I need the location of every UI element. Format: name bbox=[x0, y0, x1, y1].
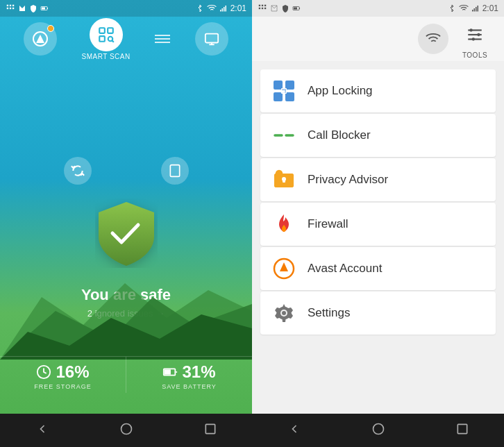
notification-badge bbox=[47, 25, 54, 32]
menu-item-privacy[interactable]: Privacy Advisor bbox=[260, 158, 496, 201]
privacy-svg bbox=[272, 168, 296, 192]
svg-rect-5 bbox=[12, 8, 14, 9]
screen-icon-item[interactable] bbox=[195, 22, 228, 56]
storage-percent: 16% bbox=[56, 362, 89, 382]
refresh-icon-btn[interactable] bbox=[64, 157, 92, 185]
app-locking-icon bbox=[271, 78, 296, 103]
right-toolbar: TOOLS bbox=[252, 17, 504, 61]
menu-item-call-blocker[interactable]: Call Blocker bbox=[260, 114, 496, 157]
time-left: 2:01 bbox=[230, 3, 246, 13]
smart-scan-icon[interactable] bbox=[90, 18, 123, 51]
svg-rect-39 bbox=[472, 10, 473, 12]
svg-rect-2 bbox=[12, 5, 14, 6]
svg-rect-18 bbox=[205, 34, 218, 43]
avast-toolbar-icon[interactable] bbox=[24, 22, 57, 56]
app-locking-label: App Locking bbox=[308, 84, 373, 98]
tools-toolbar-item[interactable]: TOOLS bbox=[460, 19, 490, 59]
menu-line-1 bbox=[155, 35, 170, 36]
call-blocker-icon bbox=[271, 123, 296, 148]
smart-scan-item[interactable]: SMART SCAN bbox=[82, 18, 131, 60]
svg-rect-13 bbox=[99, 28, 105, 33]
right-time-area: 2:01 bbox=[448, 3, 498, 13]
left-toolbar: SMART SCAN bbox=[0, 17, 252, 61]
svg-rect-42 bbox=[477, 6, 478, 12]
bluetooth-icon-right bbox=[448, 4, 456, 12]
svg-rect-35 bbox=[262, 8, 263, 9]
svg-rect-40 bbox=[473, 8, 475, 12]
menu-line-2 bbox=[155, 38, 170, 40]
hamburger-icon[interactable] bbox=[155, 35, 170, 43]
avast-logo-icon bbox=[32, 31, 49, 47]
menu-list: App Locking Call Blocker bbox=[252, 61, 504, 414]
svg-rect-8 bbox=[220, 10, 221, 12]
screen-toolbar-icon[interactable] bbox=[195, 22, 228, 56]
menu-item-app-locking[interactable]: App Locking bbox=[260, 69, 496, 112]
home-button-right[interactable] bbox=[371, 422, 385, 439]
svg-rect-68 bbox=[457, 424, 467, 433]
shield-icon-right bbox=[281, 4, 289, 12]
svg-point-66 bbox=[282, 311, 286, 315]
firewall-svg bbox=[272, 212, 296, 236]
battery-stat[interactable]: 31% SAVE BATTERY bbox=[126, 357, 252, 393]
svg-rect-47 bbox=[477, 33, 480, 35]
battery-stat-icon bbox=[162, 364, 178, 380]
app-locking-svg bbox=[273, 80, 295, 102]
svg-rect-34 bbox=[259, 8, 260, 9]
main-content: You are safe 2 ignored issues → 16% bbox=[0, 61, 252, 414]
svg-rect-50 bbox=[285, 81, 294, 90]
tablet-icon bbox=[168, 164, 182, 178]
menu-item-firewall[interactable]: Firewall bbox=[260, 203, 496, 246]
nav-bar-left bbox=[0, 414, 252, 447]
svg-rect-38 bbox=[294, 8, 297, 10]
home-button[interactable] bbox=[119, 422, 133, 439]
smart-scan-label: SMART SCAN bbox=[82, 53, 131, 60]
back-icon-right bbox=[287, 422, 301, 436]
storage-icon bbox=[36, 364, 51, 380]
svg-rect-21 bbox=[170, 165, 179, 176]
svg-rect-36 bbox=[264, 8, 266, 9]
right-status-icons bbox=[258, 3, 301, 13]
nav-bar-right bbox=[252, 414, 504, 447]
recents-icon-right bbox=[455, 422, 469, 436]
bluetooth-icon bbox=[196, 4, 204, 12]
settings-svg bbox=[272, 301, 296, 325]
secondary-icons-row bbox=[64, 157, 189, 185]
menu-icon-item[interactable] bbox=[155, 35, 170, 43]
notification-icon-right bbox=[258, 3, 267, 13]
time-right: 2:01 bbox=[482, 3, 498, 13]
tools-toolbar-btn[interactable] bbox=[460, 19, 490, 50]
privacy-label: Privacy Advisor bbox=[308, 173, 388, 187]
menu-line-3 bbox=[155, 42, 170, 43]
svg-rect-41 bbox=[476, 7, 477, 12]
storage-stat[interactable]: 16% FREE STORAGE bbox=[0, 357, 126, 393]
wifi-toolbar-item[interactable] bbox=[418, 24, 448, 54]
back-button-right[interactable] bbox=[287, 422, 301, 439]
call-blocker-svg bbox=[272, 124, 296, 147]
battery-label: SAVE BATTERY bbox=[162, 383, 217, 390]
menu-item-avast-account[interactable]: Avast Account bbox=[260, 247, 496, 290]
back-icon bbox=[35, 422, 49, 436]
left-screen: 2:01 bbox=[0, 0, 252, 447]
menu-item-settings[interactable]: Settings bbox=[260, 292, 496, 335]
svg-rect-0 bbox=[7, 5, 8, 6]
wifi-toolbar-btn[interactable] bbox=[418, 24, 448, 54]
svg-rect-28 bbox=[165, 370, 170, 374]
wifi-toolbar-icon bbox=[426, 31, 441, 47]
status-time-left: 2:01 bbox=[196, 3, 246, 13]
status-icons-left bbox=[6, 3, 49, 13]
avast-account-icon bbox=[271, 256, 296, 281]
back-button[interactable] bbox=[35, 422, 49, 439]
battery-right bbox=[292, 4, 301, 12]
recents-button-right[interactable] bbox=[455, 422, 469, 439]
scan-icon bbox=[97, 26, 115, 44]
svg-rect-33 bbox=[264, 5, 266, 6]
mail-icon-right bbox=[270, 4, 278, 12]
tablet-icon-btn[interactable] bbox=[161, 157, 189, 185]
mountains-svg bbox=[0, 269, 252, 360]
recents-button[interactable] bbox=[203, 422, 217, 439]
battery-value: 31% bbox=[162, 362, 215, 382]
avast-icon-item[interactable] bbox=[24, 22, 57, 56]
bottom-stats: 16% FREE STORAGE 31% SAVE BATTERY bbox=[0, 356, 252, 393]
screen-icon bbox=[204, 31, 219, 47]
svg-line-17 bbox=[112, 40, 114, 42]
